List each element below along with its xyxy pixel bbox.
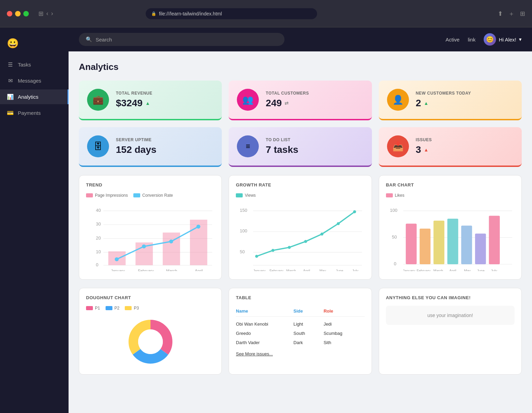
growth-legend: Views <box>236 193 364 198</box>
page-title: Analytics <box>79 62 522 72</box>
main-content: 🔍 Search Active link 😊 Hi Alex! ▾ Analyt… <box>69 27 532 413</box>
uptime-icon: 🗄 <box>87 135 109 157</box>
stat-card-issues: 📥 ISSUES 3 ▲ <box>379 127 522 167</box>
td-name-2: Greedo <box>236 331 291 336</box>
svg-point-32 <box>304 240 307 243</box>
data-table: Name Side Role Obi Wan Kenobi Light Jedi… <box>236 306 364 356</box>
sidebar-item-tasks[interactable]: ☰ Tasks <box>0 57 69 72</box>
growth-chart-title: GROWTH RATE <box>236 182 364 187</box>
donut-legend-p2: P2 <box>106 306 120 311</box>
svg-text:February: February <box>269 269 283 271</box>
analytics-icon: 📊 <box>7 94 14 100</box>
td-role-1: Jedi <box>324 321 365 327</box>
svg-point-34 <box>337 222 340 225</box>
p2-label: P2 <box>114 306 120 311</box>
th-role: Role <box>324 308 365 314</box>
sidebar-item-analytics[interactable]: 📊 Analytics <box>0 89 69 104</box>
svg-text:January: January <box>403 269 415 271</box>
close-button[interactable] <box>7 11 12 16</box>
forward-icon[interactable]: › <box>51 10 53 17</box>
imagination-title: ANYTHING ELSE YOU CAN IMAGINE! <box>386 295 515 300</box>
svg-text:June: June <box>477 269 484 271</box>
url-text: file:///learn-tailwind/index.html <box>159 11 222 16</box>
new-customers-info: NEW CUSTOMERS TODAY 2 ▲ <box>416 91 513 109</box>
new-tab-icon[interactable]: ＋ <box>508 10 515 18</box>
new-customers-arrow: ▲ <box>424 100 428 106</box>
svg-rect-53 <box>461 226 472 264</box>
svg-text:July: July <box>491 269 497 271</box>
p2-color <box>106 306 112 310</box>
sidebar-item-messages[interactable]: ✉ Messages <box>0 73 69 88</box>
link-badge[interactable]: link <box>468 37 476 42</box>
svg-text:May: May <box>464 269 471 271</box>
table-header: Name Side Role <box>236 306 364 317</box>
sidebar-toggle-icon[interactable]: ⊞ <box>38 10 44 17</box>
svg-text:100: 100 <box>240 228 247 233</box>
user-menu[interactable]: 😊 Hi Alex! ▾ <box>484 33 522 46</box>
bar-chart-svg: 100 50 0 <box>386 202 515 271</box>
tasks-icon: ☰ <box>7 61 14 68</box>
donut-svg <box>125 316 176 367</box>
svg-text:April: April <box>195 269 203 271</box>
todo-info: TO DO LIST 7 tasks <box>266 137 363 155</box>
revenue-icon: 💼 <box>87 89 109 111</box>
svg-rect-52 <box>447 219 458 264</box>
customers-arrow: ⇄ <box>285 100 289 106</box>
customers-icon: 👥 <box>237 89 259 111</box>
issues-icon: 📥 <box>387 135 409 157</box>
sidebar-label-tasks: Tasks <box>18 62 31 68</box>
svg-text:0: 0 <box>96 262 98 267</box>
maximize-button[interactable] <box>23 11 29 16</box>
new-customers-label: NEW CUSTOMERS TODAY <box>416 91 513 96</box>
search-bar[interactable]: 🔍 Search <box>79 33 285 46</box>
see-more-link[interactable]: See More issues... <box>236 351 364 356</box>
svg-point-31 <box>288 246 291 249</box>
trend-legend-conversion: Conversion Rate <box>133 193 173 198</box>
messages-icon: ✉ <box>7 77 14 84</box>
td-side-1: Light <box>293 321 321 327</box>
table-title: TABLE <box>236 295 364 300</box>
imagination-card: ANYTHING ELSE YOU CAN IMAGINE! use your … <box>379 288 522 375</box>
uptime-value: 152 days <box>116 144 214 155</box>
stat-card-customers: 👥 TOTAL CUSTOMERS 249 ⇄ <box>229 81 372 120</box>
svg-text:100: 100 <box>390 208 397 213</box>
browser-controls: ⊞ ‹ › <box>38 10 53 17</box>
td-name-1: Obi Wan Kenobi <box>236 321 291 327</box>
growth-legend-views: Views <box>236 193 256 198</box>
dropdown-icon: ▾ <box>519 36 522 42</box>
svg-point-33 <box>321 232 324 235</box>
conversion-color <box>133 193 140 197</box>
user-greeting: Hi Alex! <box>499 37 516 42</box>
sidebar-item-payments[interactable]: 💳 Payments <box>0 106 69 120</box>
topnav-right: Active link 😊 Hi Alex! ▾ <box>446 33 522 46</box>
svg-text:20: 20 <box>96 235 101 241</box>
uptime-info: SERVER UPTIME 152 days <box>116 137 214 155</box>
page-content: Analytics 💼 TOTAL REVENUE $3249 ▲ 👥 <box>69 51 532 385</box>
todo-icon: ≡ <box>237 135 259 157</box>
traffic-lights <box>7 11 29 16</box>
svg-text:April: April <box>303 269 310 271</box>
p1-color <box>86 306 93 310</box>
bar-legend: Likes <box>386 193 515 198</box>
svg-text:40: 40 <box>96 208 101 213</box>
share-icon[interactable]: ⬆ <box>498 10 503 17</box>
td-role-2: Scumbag <box>324 331 365 336</box>
grid-icon[interactable]: ⊞ <box>520 10 525 17</box>
customers-label: TOTAL CUSTOMERS <box>266 91 363 96</box>
back-icon[interactable]: ‹ <box>46 10 48 17</box>
svg-text:30: 30 <box>96 221 101 227</box>
svg-text:March: March <box>287 269 296 271</box>
issues-label: ISSUES <box>416 137 513 142</box>
svg-text:10: 10 <box>96 249 101 254</box>
lock-icon: 🔒 <box>151 11 156 16</box>
payments-icon: 💳 <box>7 110 14 116</box>
topnav: 🔍 Search Active link 😊 Hi Alex! ▾ <box>69 27 532 51</box>
svg-text:0: 0 <box>394 261 396 266</box>
issues-info: ISSUES 3 ▲ <box>416 137 513 155</box>
donut-chart-title: DOUGHNUT CHART <box>86 295 215 300</box>
table-row: Greedo South Scumbag <box>236 329 364 338</box>
svg-point-14 <box>115 257 119 262</box>
browser-chrome: ⊞ ‹ › 🔒 file:///learn-tailwind/index.htm… <box>0 0 532 27</box>
address-bar[interactable]: 🔒 file:///learn-tailwind/index.html <box>146 8 317 19</box>
minimize-button[interactable] <box>15 11 21 16</box>
